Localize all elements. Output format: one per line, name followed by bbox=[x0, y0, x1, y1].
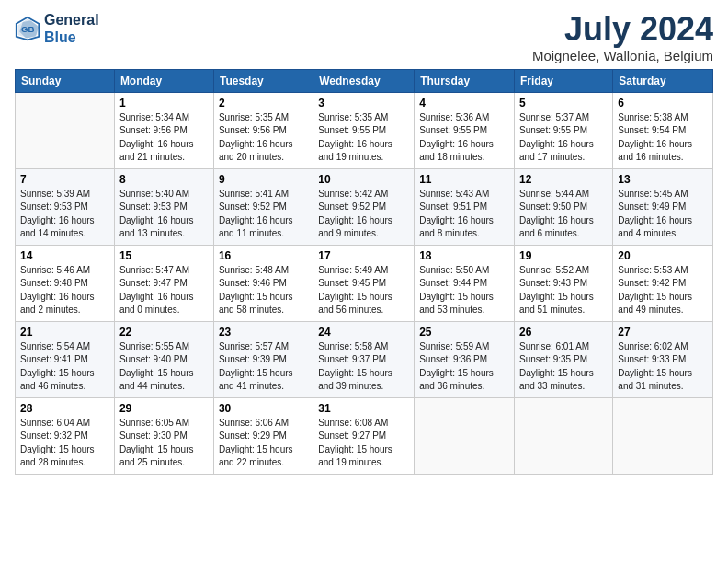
day-info: Sunrise: 6:06 AM Sunset: 9:29 PM Dayligh… bbox=[219, 417, 308, 470]
logo-line2: Blue bbox=[44, 29, 99, 46]
calendar-cell: 23Sunrise: 5:57 AM Sunset: 9:39 PM Dayli… bbox=[213, 321, 313, 397]
day-info: Sunrise: 5:34 AM Sunset: 9:56 PM Dayligh… bbox=[119, 111, 209, 165]
day-info: Sunrise: 6:08 AM Sunset: 9:27 PM Dayligh… bbox=[318, 417, 409, 470]
day-number: 3 bbox=[318, 97, 409, 109]
calendar-cell: 5Sunrise: 5:37 AM Sunset: 9:55 PM Daylig… bbox=[515, 92, 613, 168]
calendar-cell: 27Sunrise: 6:02 AM Sunset: 9:33 PM Dayli… bbox=[613, 321, 713, 397]
day-info: Sunrise: 5:44 AM Sunset: 9:50 PM Dayligh… bbox=[519, 188, 608, 241]
calendar-cell: 9Sunrise: 5:41 AM Sunset: 9:52 PM Daylig… bbox=[213, 168, 313, 245]
calendar-cell: 18Sunrise: 5:50 AM Sunset: 9:44 PM Dayli… bbox=[415, 245, 515, 321]
calendar-cell: 29Sunrise: 6:05 AM Sunset: 9:30 PM Dayli… bbox=[114, 397, 213, 474]
calendar-cell: 1Sunrise: 5:34 AM Sunset: 9:56 PM Daylig… bbox=[114, 92, 213, 168]
day-number: 5 bbox=[519, 97, 608, 109]
logo: GB General Blue bbox=[15, 11, 99, 46]
day-number: 17 bbox=[318, 249, 409, 262]
calendar-cell: 13Sunrise: 5:45 AM Sunset: 9:49 PM Dayli… bbox=[613, 168, 713, 245]
calendar-cell: 26Sunrise: 6:01 AM Sunset: 9:35 PM Dayli… bbox=[515, 321, 613, 397]
day-info: Sunrise: 5:41 AM Sunset: 9:52 PM Dayligh… bbox=[219, 188, 308, 241]
calendar-cell: 19Sunrise: 5:52 AM Sunset: 9:43 PM Dayli… bbox=[515, 245, 613, 321]
day-number: 26 bbox=[519, 326, 608, 339]
day-info: Sunrise: 5:43 AM Sunset: 9:51 PM Dayligh… bbox=[419, 188, 509, 241]
calendar-cell: 7Sunrise: 5:39 AM Sunset: 9:53 PM Daylig… bbox=[16, 168, 115, 245]
calendar-cell: 16Sunrise: 5:48 AM Sunset: 9:46 PM Dayli… bbox=[213, 245, 313, 321]
day-number: 18 bbox=[419, 249, 509, 262]
day-info: Sunrise: 6:04 AM Sunset: 9:32 PM Dayligh… bbox=[20, 417, 109, 470]
calendar-cell bbox=[415, 397, 515, 474]
calendar-week-3: 14Sunrise: 5:46 AM Sunset: 9:48 PM Dayli… bbox=[16, 245, 713, 321]
svg-text:GB: GB bbox=[21, 25, 34, 35]
day-info: Sunrise: 5:35 AM Sunset: 9:55 PM Dayligh… bbox=[318, 111, 409, 165]
calendar-cell: 8Sunrise: 5:40 AM Sunset: 9:53 PM Daylig… bbox=[114, 168, 213, 245]
day-number: 24 bbox=[318, 326, 409, 339]
day-info: Sunrise: 5:40 AM Sunset: 9:53 PM Dayligh… bbox=[119, 188, 209, 241]
calendar-cell: 14Sunrise: 5:46 AM Sunset: 9:48 PM Dayli… bbox=[16, 245, 115, 321]
day-info: Sunrise: 5:52 AM Sunset: 9:43 PM Dayligh… bbox=[519, 264, 608, 317]
day-info: Sunrise: 6:05 AM Sunset: 9:30 PM Dayligh… bbox=[119, 417, 209, 470]
calendar-table: Sunday Monday Tuesday Wednesday Thursday… bbox=[15, 69, 713, 475]
day-number: 9 bbox=[219, 173, 308, 186]
location: Moignelee, Wallonia, Belgium bbox=[532, 48, 713, 63]
day-number: 6 bbox=[618, 97, 708, 109]
day-number: 30 bbox=[219, 402, 308, 415]
calendar-cell: 11Sunrise: 5:43 AM Sunset: 9:51 PM Dayli… bbox=[415, 168, 515, 245]
day-info: Sunrise: 5:38 AM Sunset: 9:54 PM Dayligh… bbox=[618, 111, 708, 165]
day-info: Sunrise: 6:01 AM Sunset: 9:35 PM Dayligh… bbox=[519, 340, 608, 394]
day-number: 21 bbox=[20, 326, 109, 339]
day-number: 22 bbox=[119, 326, 209, 339]
day-info: Sunrise: 5:54 AM Sunset: 9:41 PM Dayligh… bbox=[20, 340, 109, 394]
month-title: July 2024 bbox=[532, 11, 713, 48]
page-container: GB General Blue July 2024 Moignelee, Wal… bbox=[0, 0, 728, 482]
day-number: 10 bbox=[318, 173, 409, 186]
day-info: Sunrise: 5:36 AM Sunset: 9:55 PM Dayligh… bbox=[419, 111, 509, 165]
day-info: Sunrise: 5:45 AM Sunset: 9:49 PM Dayligh… bbox=[618, 188, 708, 241]
calendar-week-5: 28Sunrise: 6:04 AM Sunset: 9:32 PM Dayli… bbox=[16, 397, 713, 474]
calendar-cell: 12Sunrise: 5:44 AM Sunset: 9:50 PM Dayli… bbox=[515, 168, 613, 245]
calendar-cell: 15Sunrise: 5:47 AM Sunset: 9:47 PM Dayli… bbox=[114, 245, 213, 321]
calendar-cell: 30Sunrise: 6:06 AM Sunset: 9:29 PM Dayli… bbox=[213, 397, 313, 474]
day-number: 20 bbox=[618, 249, 708, 262]
day-number: 1 bbox=[119, 97, 209, 109]
logo-text-block: General Blue bbox=[44, 11, 99, 46]
logo-line1: General bbox=[44, 11, 99, 29]
calendar-cell: 24Sunrise: 5:58 AM Sunset: 9:37 PM Dayli… bbox=[313, 321, 415, 397]
day-info: Sunrise: 5:55 AM Sunset: 9:40 PM Dayligh… bbox=[119, 340, 209, 394]
header-row: Sunday Monday Tuesday Wednesday Thursday… bbox=[16, 69, 713, 92]
day-number: 28 bbox=[20, 402, 109, 415]
day-info: Sunrise: 5:39 AM Sunset: 9:53 PM Dayligh… bbox=[20, 188, 109, 241]
day-info: Sunrise: 5:37 AM Sunset: 9:55 PM Dayligh… bbox=[519, 111, 608, 165]
calendar-header: Sunday Monday Tuesday Wednesday Thursday… bbox=[16, 69, 713, 92]
day-number: 2 bbox=[219, 97, 308, 109]
calendar-cell: 21Sunrise: 5:54 AM Sunset: 9:41 PM Dayli… bbox=[16, 321, 115, 397]
day-info: Sunrise: 5:57 AM Sunset: 9:39 PM Dayligh… bbox=[219, 340, 308, 394]
calendar-week-1: 1Sunrise: 5:34 AM Sunset: 9:56 PM Daylig… bbox=[16, 92, 713, 168]
day-info: Sunrise: 5:35 AM Sunset: 9:56 PM Dayligh… bbox=[219, 111, 308, 165]
calendar-cell: 31Sunrise: 6:08 AM Sunset: 9:27 PM Dayli… bbox=[313, 397, 415, 474]
calendar-cell: 3Sunrise: 5:35 AM Sunset: 9:55 PM Daylig… bbox=[313, 92, 415, 168]
col-wednesday: Wednesday bbox=[313, 69, 415, 92]
calendar-cell: 28Sunrise: 6:04 AM Sunset: 9:32 PM Dayli… bbox=[16, 397, 115, 474]
day-info: Sunrise: 5:48 AM Sunset: 9:46 PM Dayligh… bbox=[219, 264, 308, 317]
day-number: 15 bbox=[119, 249, 209, 262]
calendar-cell: 10Sunrise: 5:42 AM Sunset: 9:52 PM Dayli… bbox=[313, 168, 415, 245]
calendar-cell bbox=[515, 397, 613, 474]
day-number: 29 bbox=[119, 402, 209, 415]
day-info: Sunrise: 5:42 AM Sunset: 9:52 PM Dayligh… bbox=[318, 188, 409, 241]
day-info: Sunrise: 5:59 AM Sunset: 9:36 PM Dayligh… bbox=[419, 340, 509, 394]
day-number: 4 bbox=[419, 97, 509, 109]
col-tuesday: Tuesday bbox=[213, 69, 313, 92]
calendar-cell bbox=[16, 92, 115, 168]
col-monday: Monday bbox=[114, 69, 213, 92]
day-number: 12 bbox=[519, 173, 608, 186]
day-number: 7 bbox=[20, 173, 109, 186]
calendar-week-2: 7Sunrise: 5:39 AM Sunset: 9:53 PM Daylig… bbox=[16, 168, 713, 245]
day-info: Sunrise: 5:47 AM Sunset: 9:47 PM Dayligh… bbox=[119, 264, 209, 317]
day-info: Sunrise: 6:02 AM Sunset: 9:33 PM Dayligh… bbox=[618, 340, 708, 394]
title-block: July 2024 Moignelee, Wallonia, Belgium bbox=[532, 11, 713, 63]
calendar-week-4: 21Sunrise: 5:54 AM Sunset: 9:41 PM Dayli… bbox=[16, 321, 713, 397]
calendar-cell: 22Sunrise: 5:55 AM Sunset: 9:40 PM Dayli… bbox=[114, 321, 213, 397]
day-number: 13 bbox=[618, 173, 708, 186]
day-number: 19 bbox=[519, 249, 608, 262]
day-number: 8 bbox=[119, 173, 209, 186]
col-thursday: Thursday bbox=[415, 69, 515, 92]
col-friday: Friday bbox=[515, 69, 613, 92]
